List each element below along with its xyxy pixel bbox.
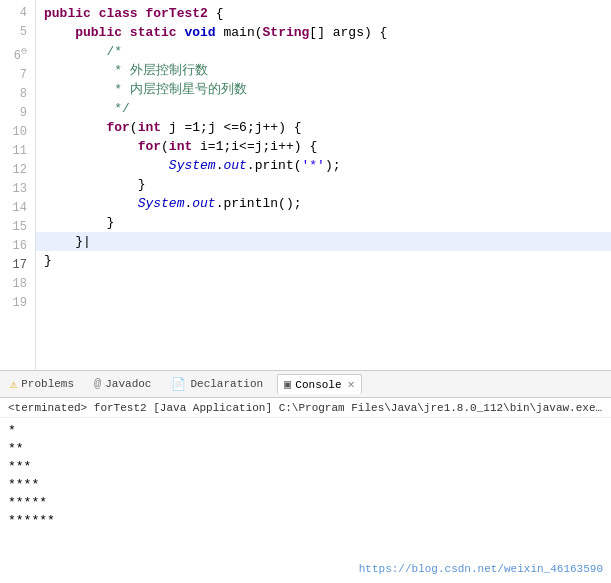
code-line-17: }| [36, 232, 611, 251]
code-line-8: * 外层控制行数 [36, 61, 611, 80]
tab-problems[interactable]: ⚠ Problems [4, 375, 80, 394]
line-number-8: 8 [4, 85, 27, 104]
line-number-6[interactable]: 6⊖ [4, 42, 27, 66]
line-number-15: 15 [4, 218, 27, 237]
line-number-11: 11 [4, 142, 27, 161]
code-container: 4 5 6⊖ 7 8 9 10 11 12 13 14 15 16 17 18 … [0, 0, 611, 370]
console-output: * ** *** **** ***** ****** [0, 418, 611, 534]
console-line-5: ***** [8, 494, 603, 512]
code-lines[interactable]: public class forTest2 { public static vo… [36, 0, 611, 370]
tab-javadoc[interactable]: @ Javadoc [88, 375, 157, 393]
code-line-10: */ [36, 99, 611, 118]
line-number-5: 5 [4, 23, 27, 42]
line-number-9: 9 [4, 104, 27, 123]
declaration-icon: 📄 [171, 377, 186, 392]
console-line-1: * [8, 422, 603, 440]
console-icon: ▣ [284, 377, 291, 392]
problems-icon: ⚠ [10, 377, 17, 392]
line-number-14: 14 [4, 199, 27, 218]
console-header: <terminated> forTest2 [Java Application]… [0, 398, 611, 418]
line-number-13: 13 [4, 180, 27, 199]
code-line-6: public static void main(String[] args) { [36, 23, 611, 42]
code-line-5: public class forTest2 { [36, 4, 611, 23]
line-number-7: 7 [4, 66, 27, 85]
tab-console-label: Console [295, 379, 341, 391]
line-numbers: 4 5 6⊖ 7 8 9 10 11 12 13 14 15 16 17 18 … [0, 0, 36, 370]
console-line-3: *** [8, 458, 603, 476]
console-area: <terminated> forTest2 [Java Application]… [0, 398, 611, 583]
code-line-9: * 内层控制星号的列数 [36, 80, 611, 99]
code-line-13: System.out.print('*'); [36, 156, 611, 175]
code-line-14: } [36, 175, 611, 194]
editor-area: 4 5 6⊖ 7 8 9 10 11 12 13 14 15 16 17 18 … [0, 0, 611, 370]
line-number-18: 18 [4, 275, 27, 294]
tab-console[interactable]: ▣ Console ✕ [277, 374, 362, 394]
line-number-19: 19 [4, 294, 27, 313]
tab-problems-label: Problems [21, 378, 74, 390]
bottom-panel: ⚠ Problems @ Javadoc 📄 Declaration ▣ Con… [0, 370, 611, 583]
line-number-17: 17 [4, 256, 27, 275]
code-line-12: for(int i=1;i<=j;i++) { [36, 137, 611, 156]
tab-declaration[interactable]: 📄 Declaration [165, 375, 269, 394]
code-line-7: /* [36, 42, 611, 61]
line-number-12: 12 [4, 161, 27, 180]
code-line-15: System.out.println(); [36, 194, 611, 213]
console-line-6: ****** [8, 512, 603, 530]
code-line-16: } [36, 213, 611, 232]
line-number-16: 16 [4, 237, 27, 256]
tab-declaration-label: Declaration [190, 378, 263, 390]
line-number-10: 10 [4, 123, 27, 142]
code-line-11: for(int j =1;j <=6;j++) { [36, 118, 611, 137]
tab-javadoc-label: Javadoc [105, 378, 151, 390]
console-line-4: **** [8, 476, 603, 494]
console-close-icon[interactable]: ✕ [348, 377, 355, 392]
line-number-4: 4 [4, 4, 27, 23]
watermark: https://blog.csdn.net/weixin_46163590 [359, 563, 603, 575]
console-line-2: ** [8, 440, 603, 458]
code-line-18: } [36, 251, 611, 270]
javadoc-icon: @ [94, 377, 101, 391]
tab-bar: ⚠ Problems @ Javadoc 📄 Declaration ▣ Con… [0, 370, 611, 398]
